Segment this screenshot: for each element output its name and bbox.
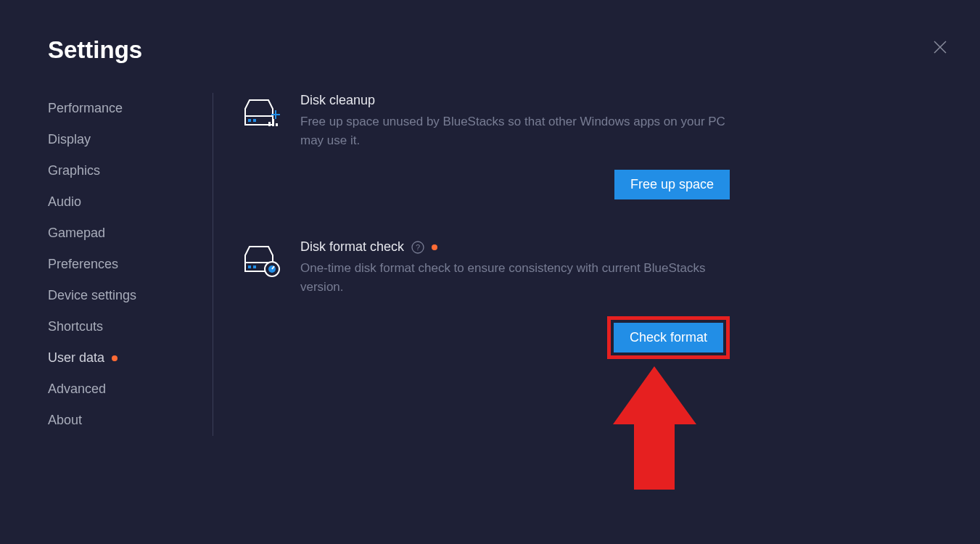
sidebar-item-gamepad[interactable]: Gamepad — [48, 218, 198, 249]
sidebar-item-label: About — [48, 413, 82, 428]
sidebar-item-device-settings[interactable]: Device settings — [48, 280, 198, 311]
sidebar-item-advanced[interactable]: Advanced — [48, 374, 198, 405]
sidebar-item-label: Gamepad — [48, 226, 105, 241]
sidebar-item-label: Shortcuts — [48, 319, 103, 334]
svg-text:?: ? — [416, 243, 420, 252]
sidebar-item-label: Performance — [48, 101, 123, 116]
close-button[interactable] — [933, 40, 947, 54]
page-title: Settings — [48, 36, 980, 64]
notification-dot-icon — [432, 244, 437, 250]
sidebar-item-label: Device settings — [48, 288, 136, 303]
sidebar-item-preferences[interactable]: Preferences — [48, 249, 198, 280]
sidebar: Performance Display Graphics Audio Gamep… — [48, 93, 213, 436]
help-icon[interactable]: ? — [411, 241, 424, 254]
sidebar-item-shortcuts[interactable]: Shortcuts — [48, 311, 198, 342]
sidebar-item-audio[interactable]: Audio — [48, 186, 198, 218]
sidebar-item-label: Display — [48, 132, 91, 147]
svg-rect-7 — [268, 122, 271, 126]
sidebar-item-label: Graphics — [48, 163, 100, 178]
free-up-space-button[interactable]: Free up space — [614, 170, 730, 199]
disk-cleanup-title: Disk cleanup — [300, 93, 728, 108]
sidebar-item-label: User data — [48, 350, 104, 366]
disk-cleanup-icon — [244, 94, 280, 131]
svg-rect-9 — [276, 123, 278, 126]
disk-cleanup-section: Disk cleanup Free up space unused by Blu… — [244, 93, 980, 149]
close-icon — [933, 40, 947, 54]
sidebar-item-label: Advanced — [48, 382, 106, 397]
svg-rect-12 — [253, 265, 256, 268]
sidebar-item-display[interactable]: Display — [48, 124, 198, 155]
svg-rect-8 — [272, 119, 274, 126]
notification-dot-icon — [112, 355, 118, 361]
disk-format-title-text: Disk format check — [300, 239, 404, 255]
annotation-arrow-icon — [613, 366, 696, 496]
content: Disk cleanup Free up space unused by Blu… — [213, 93, 980, 436]
sidebar-item-graphics[interactable]: Graphics — [48, 155, 198, 186]
disk-cleanup-desc: Free up space unused by BlueStacks so th… — [300, 112, 728, 149]
svg-rect-4 — [253, 119, 256, 122]
disk-format-title: Disk format check ? — [300, 239, 728, 255]
svg-marker-18 — [613, 366, 696, 490]
sidebar-item-label: Preferences — [48, 257, 118, 272]
svg-rect-3 — [248, 119, 251, 122]
sidebar-item-label: Audio — [48, 194, 81, 210]
disk-format-section: Disk format check ? One-time disk format… — [244, 239, 980, 296]
check-format-button[interactable]: Check format — [614, 323, 723, 353]
disk-format-icon — [244, 241, 280, 277]
disk-format-desc: One-time disk format check to ensure con… — [300, 259, 728, 296]
sidebar-item-performance[interactable]: Performance — [48, 93, 198, 124]
sidebar-item-about[interactable]: About — [48, 405, 198, 436]
sidebar-item-user-data[interactable]: User data — [48, 342, 198, 374]
header: Settings — [0, 0, 980, 64]
svg-rect-11 — [248, 265, 251, 268]
annotation-highlight-box: Check format — [607, 316, 730, 359]
